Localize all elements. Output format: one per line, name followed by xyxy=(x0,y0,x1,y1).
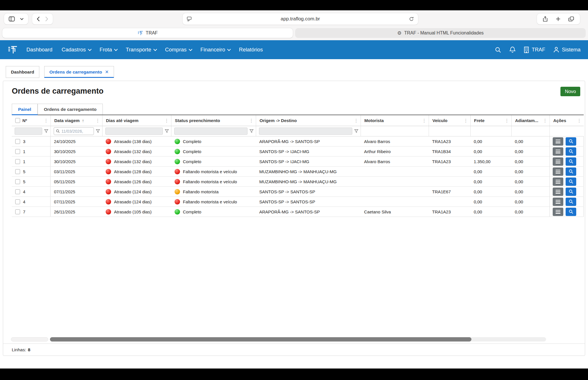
search-icon xyxy=(56,129,60,133)
share-icon[interactable] xyxy=(541,16,549,22)
column-menu-icon[interactable]: ⋮ xyxy=(165,118,169,123)
reader-icon[interactable] xyxy=(187,17,192,21)
table-row[interactable]: 5 03/11/2025 Atrasado (128 dias) Faltand… xyxy=(12,167,584,177)
row-menu-button[interactable] xyxy=(553,178,563,186)
menu-item-compras[interactable]: Compras xyxy=(165,47,191,53)
table-row[interactable]: 7 26/11/2025 Atrasado (105 dias) Complet… xyxy=(12,207,584,217)
row-menu-button[interactable] xyxy=(553,147,563,156)
row-menu-button[interactable] xyxy=(553,188,563,196)
tab-overview-icon[interactable] xyxy=(567,16,575,22)
fill-status-dot xyxy=(175,159,180,164)
header-adiantamento[interactable]: Adiantam... ⋮ xyxy=(511,115,550,126)
header-frete[interactable]: Frete ⋮ xyxy=(470,115,511,126)
funnel-icon[interactable] xyxy=(249,129,254,133)
table-row[interactable]: 1 30/10/2025 Atrasado (132 dias) Complet… xyxy=(12,157,584,167)
select-all-checkbox[interactable] xyxy=(15,118,20,123)
subtab-ordens[interactable]: Ordens de carregamento xyxy=(38,104,103,115)
menu-item-cadastros[interactable]: Cadastros xyxy=(62,47,90,53)
row-menu-button[interactable] xyxy=(553,137,563,146)
page-tab-dashboard[interactable]: Dashboard xyxy=(6,66,39,78)
column-menu-icon[interactable]: ⋮ xyxy=(354,118,358,123)
row-menu-button[interactable] xyxy=(553,198,563,206)
header-origem-destino[interactable]: Origem -> Destino ⋮ xyxy=(256,115,361,126)
sort-asc-icon[interactable]: ↑ xyxy=(82,118,84,123)
row-view-button[interactable] xyxy=(566,147,576,156)
row-checkbox[interactable] xyxy=(15,169,20,174)
column-menu-icon[interactable]: ⋮ xyxy=(464,118,468,123)
table-row[interactable]: 1 30/10/2025 Atrasado (132 dias) Complet… xyxy=(12,146,584,157)
row-menu-button[interactable] xyxy=(553,167,563,176)
table-row[interactable]: 5 05/11/2025 Atrasado (126 dias) Faltand… xyxy=(12,177,584,187)
menu-item-frota[interactable]: Frota xyxy=(100,47,117,53)
row-view-button[interactable] xyxy=(566,198,576,206)
reload-icon[interactable] xyxy=(409,16,414,22)
browser-tab-manual[interactable]: ⚙ TRAF - Manual HTML Funcionalidades xyxy=(295,28,586,38)
origem-filter-input[interactable] xyxy=(259,128,352,135)
trip-date: 26/11/2025 xyxy=(51,207,102,217)
forward-icon[interactable] xyxy=(44,16,49,22)
subtab-painel[interactable]: Painel xyxy=(12,104,38,115)
row-view-button[interactable] xyxy=(566,167,576,176)
date-filter-input[interactable]: 11/03/2026, xyxy=(54,127,94,135)
row-view-button[interactable] xyxy=(566,137,576,146)
company-menu[interactable]: TRAF xyxy=(524,47,545,53)
column-menu-icon[interactable]: ⋮ xyxy=(577,118,581,123)
column-menu-icon[interactable]: ⋮ xyxy=(505,118,509,123)
column-menu-icon[interactable]: ⋮ xyxy=(249,118,254,123)
header-status[interactable]: Status preenchimento ⋮ xyxy=(171,115,256,126)
column-menu-icon[interactable]: ⋮ xyxy=(422,118,426,123)
column-menu-icon[interactable]: ⋮ xyxy=(44,118,48,123)
bell-icon[interactable] xyxy=(509,46,516,53)
menu-item-financeiro[interactable]: Financeiro xyxy=(200,47,230,53)
delay-label: Atrasado (126 dias) xyxy=(114,179,152,184)
n-filter-input[interactable] xyxy=(15,128,42,135)
table-row[interactable]: 4 07/11/2025 Atrasado (124 dias) Faltand… xyxy=(12,187,584,197)
row-checkbox[interactable] xyxy=(15,189,20,194)
row-menu-button[interactable] xyxy=(553,208,563,216)
trip-date: 30/10/2025 xyxy=(51,157,102,166)
freight-value: 0,00 xyxy=(470,207,511,217)
header-motorista[interactable]: Motorista ⋮ xyxy=(361,115,429,126)
dias-filter-input[interactable] xyxy=(105,128,163,135)
header-veiculo[interactable]: Veículo ⋮ xyxy=(429,115,470,126)
close-icon[interactable]: ✕ xyxy=(105,69,109,75)
row-checkbox[interactable] xyxy=(15,199,20,204)
app-logo-icon[interactable] xyxy=(7,45,18,55)
sidebar-chevron-down-icon[interactable] xyxy=(19,18,25,20)
funnel-icon[interactable] xyxy=(96,129,100,133)
sidebar-toggle-icon[interactable] xyxy=(7,16,16,22)
row-menu-button[interactable] xyxy=(553,157,563,166)
header-data-viagem[interactable]: Data viagem ↑ ⋮ xyxy=(51,115,102,126)
address-bar[interactable]: app.traflog.com.br xyxy=(183,13,418,25)
table-row[interactable]: 3 24/10/2025 Atrasado (138 dias) Complet… xyxy=(12,136,584,146)
status-filter-input[interactable] xyxy=(174,128,247,135)
row-checkbox[interactable] xyxy=(15,149,20,154)
new-tab-icon[interactable] xyxy=(555,17,562,21)
menu-item-transporte[interactable]: Transporte xyxy=(126,47,156,53)
row-view-button[interactable] xyxy=(566,208,576,216)
new-order-button[interactable]: Novo xyxy=(560,87,580,96)
search-icon[interactable] xyxy=(495,47,501,53)
funnel-icon[interactable] xyxy=(354,129,358,133)
row-view-button[interactable] xyxy=(566,157,576,166)
header-n[interactable]: Nº ⋮ xyxy=(12,115,51,126)
funnel-icon[interactable] xyxy=(165,129,169,133)
header-dias[interactable]: Dias até viagem ⋮ xyxy=(102,115,171,126)
column-menu-icon[interactable]: ⋮ xyxy=(96,118,100,123)
column-menu-icon[interactable]: ⋮ xyxy=(543,118,547,123)
scrollbar-thumb[interactable] xyxy=(50,337,471,342)
row-checkbox[interactable] xyxy=(15,209,20,214)
menu-item-dashboard[interactable]: Dashboard xyxy=(26,47,53,53)
browser-tab-traf[interactable]: TRAF xyxy=(2,28,293,38)
row-checkbox[interactable] xyxy=(15,159,20,164)
user-menu[interactable]: Sistema xyxy=(553,47,581,53)
menu-item-relatórios[interactable]: Relatórios xyxy=(239,47,263,53)
funnel-icon[interactable] xyxy=(44,129,48,133)
back-icon[interactable] xyxy=(36,16,41,22)
row-checkbox[interactable] xyxy=(15,179,20,184)
row-view-button[interactable] xyxy=(566,188,576,196)
row-view-button[interactable] xyxy=(566,178,576,186)
row-checkbox[interactable] xyxy=(15,139,20,144)
page-tab-ordens[interactable]: Ordens de carregamento ✕ xyxy=(44,66,114,78)
table-row[interactable]: 4 07/11/2025 Atrasado (124 dias) Faltand… xyxy=(12,197,584,207)
